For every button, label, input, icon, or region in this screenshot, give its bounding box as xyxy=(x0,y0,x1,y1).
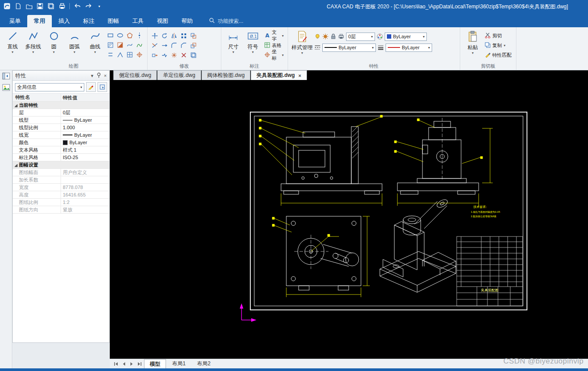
polygon-icon[interactable] xyxy=(125,31,134,40)
linetype-select[interactable]: ByLayer▾ xyxy=(322,44,376,52)
property-row-scale[interactable]: 图纸比例1:2 xyxy=(13,199,109,206)
color-wheel-icon[interactable] xyxy=(377,33,383,40)
rectangle-icon[interactable] xyxy=(106,31,115,40)
erase-icon[interactable] xyxy=(179,51,188,59)
doc-tab-2[interactable]: 单定位板.dwg xyxy=(157,70,201,80)
angle-line-icon[interactable] xyxy=(115,50,124,59)
spline-icon[interactable] xyxy=(125,40,134,49)
symbol-button[interactable]: Ø.1 符号▾ xyxy=(243,29,262,54)
last-layout-icon[interactable] xyxy=(136,360,143,367)
pin-icon[interactable] xyxy=(97,73,101,79)
doc-tab-4-active[interactable]: 夹具装配图.dwg× xyxy=(251,70,307,80)
first-layout-icon[interactable] xyxy=(112,360,119,367)
layout-tab-2[interactable]: 布局2 xyxy=(192,359,216,368)
layout-tab-1[interactable]: 布局1 xyxy=(167,359,191,368)
property-row-layer[interactable]: 层0层 xyxy=(13,109,109,116)
hatch-icon[interactable] xyxy=(106,40,115,49)
property-group-row[interactable]: 图幅设置 xyxy=(13,161,109,169)
cut-button[interactable]: 剪切 xyxy=(483,31,513,40)
doc-tab-3[interactable]: 阀体检验图.dwg xyxy=(202,70,250,80)
menu-tab-menu[interactable]: 菜单 xyxy=(3,15,27,27)
move-icon[interactable] xyxy=(150,31,159,40)
menu-tab-sheet[interactable]: 图幅 xyxy=(101,15,126,27)
property-row-linetype[interactable]: 线型ByLayer xyxy=(13,116,109,124)
style-manager-button[interactable]: 样式管理▾ xyxy=(291,29,314,55)
redo-icon[interactable] xyxy=(84,2,93,11)
layer-freeze-icon[interactable] xyxy=(322,33,328,40)
linetype-list-icon[interactable] xyxy=(314,44,321,51)
edit-properties-icon[interactable] xyxy=(86,82,96,92)
trim-icon[interactable] xyxy=(150,41,159,50)
menu-tab-view[interactable]: 视图 xyxy=(150,15,175,27)
function-search[interactable]: 功能搜索... xyxy=(209,15,243,27)
arc-button[interactable]: 圆弧▾ xyxy=(65,29,84,54)
open-file-icon[interactable] xyxy=(25,2,33,11)
menu-tab-annotate[interactable]: 标注 xyxy=(76,15,101,27)
explode-icon[interactable] xyxy=(170,51,178,59)
property-row-ltscale[interactable]: 线型比例1.000 xyxy=(13,124,109,131)
qat-customize-icon[interactable]: ▾ xyxy=(95,2,104,11)
scale-icon[interactable] xyxy=(189,41,198,50)
curve-button[interactable]: 曲线▾ xyxy=(85,29,105,54)
center-mark-icon[interactable] xyxy=(135,50,144,59)
polyline-button[interactable]: 多段线▾ xyxy=(23,29,43,54)
extend-icon[interactable] xyxy=(160,41,169,50)
lineweight-select[interactable]: ByLayer▾ xyxy=(386,44,432,52)
scope-select[interactable]: 全局信息▾ xyxy=(15,83,84,91)
panel-menu-icon[interactable]: ▾ xyxy=(91,73,94,79)
array-icon[interactable] xyxy=(179,31,188,40)
drawing-canvas[interactable]: 侧定位板.dwg 单定位板.dwg 阀体检验图.dwg 夹具装配图.dwg× xyxy=(110,70,588,359)
property-row-height[interactable]: 高度16416.655 xyxy=(13,191,109,199)
chamfer-icon[interactable] xyxy=(179,41,188,50)
panel-close-icon[interactable]: × xyxy=(104,73,107,78)
point-icon[interactable] xyxy=(135,31,144,40)
property-row-orientation[interactable]: 图纸方向竖放 xyxy=(13,206,109,214)
ellipse-icon[interactable] xyxy=(115,31,124,40)
grid-icon[interactable] xyxy=(125,50,134,59)
layer-lock-icon[interactable] xyxy=(330,33,336,40)
save-icon[interactable] xyxy=(36,2,44,11)
cad-drawing[interactable]: 夹具装配图 技术要求: 1.销孔与基面同轴度为0.05 2.配合面公差等级为6级 xyxy=(110,70,588,359)
rotate-icon[interactable] xyxy=(160,31,169,40)
lineweight-list-icon[interactable] xyxy=(378,44,384,51)
layer-select[interactable]: 0层▾ xyxy=(346,33,375,41)
save-all-icon[interactable] xyxy=(47,2,55,11)
print-icon[interactable] xyxy=(58,2,66,11)
layer-on-icon[interactable] xyxy=(314,33,321,40)
drawing-library-icon[interactable] xyxy=(2,84,10,93)
prev-layout-icon[interactable] xyxy=(120,360,127,367)
property-row-sheet-size[interactable]: 图纸幅面用户自定义 xyxy=(13,169,109,176)
menu-tab-home[interactable]: 常用 xyxy=(27,15,52,27)
menu-tab-tools[interactable]: 工具 xyxy=(126,15,150,27)
circle-button[interactable]: 圆▾ xyxy=(44,29,64,54)
app-logo-icon[interactable] xyxy=(3,2,11,11)
copy-object-icon[interactable] xyxy=(189,51,198,59)
mirror-icon[interactable] xyxy=(170,31,178,40)
parallel-lines-icon[interactable] xyxy=(106,50,115,59)
copy-button[interactable]: 复制▾ xyxy=(483,41,513,50)
next-layout-icon[interactable] xyxy=(128,360,135,367)
formula-curve-icon[interactable] xyxy=(135,40,144,49)
doc-tab-1[interactable]: 侧定位板.dwg xyxy=(113,70,157,80)
pick-object-icon[interactable] xyxy=(97,82,107,92)
menu-tab-help[interactable]: 帮助 xyxy=(175,15,199,27)
offset-icon[interactable] xyxy=(189,31,198,40)
new-file-icon[interactable] xyxy=(14,2,22,11)
color-select[interactable]: ByLayer▾ xyxy=(385,33,427,41)
fill-icon[interactable] xyxy=(115,40,124,49)
panel-collapse-icon[interactable] xyxy=(2,72,10,82)
fillet-icon[interactable] xyxy=(170,41,178,50)
property-row-textstyle[interactable]: 文本风格样式 1 xyxy=(13,146,109,154)
break-icon[interactable] xyxy=(160,51,169,59)
property-row-color[interactable]: 颜色ByLayer xyxy=(13,139,109,146)
property-row-dimstyle[interactable]: 标注风格ISO-25 xyxy=(13,154,109,161)
property-row-lengthen[interactable]: 加长系数 xyxy=(13,176,109,184)
paste-button[interactable]: 粘贴▾ xyxy=(463,29,483,55)
dimension-button[interactable]: 尺寸▾ xyxy=(224,29,242,54)
text-button[interactable]: A 文字▾ xyxy=(263,31,285,40)
line-button[interactable]: 直线▾ xyxy=(3,29,22,54)
property-row-lineweight[interactable]: 线宽ByLayer xyxy=(13,131,109,139)
property-row-width[interactable]: 宽度8778.078 xyxy=(13,184,109,191)
undo-icon[interactable] xyxy=(73,2,82,11)
tab-close-icon[interactable]: × xyxy=(298,73,301,78)
